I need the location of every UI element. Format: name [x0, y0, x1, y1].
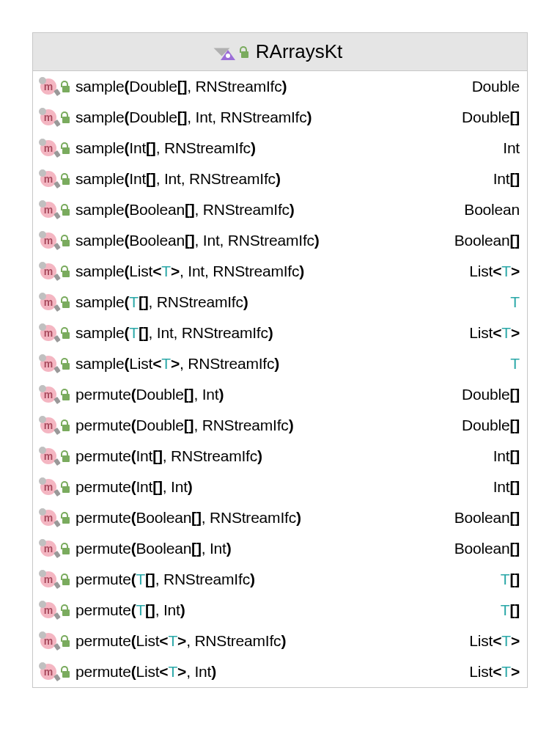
method-icon: m — [40, 633, 56, 649]
public-visibility-icon — [61, 420, 71, 431]
return-type: Int[] — [493, 478, 520, 496]
method-row-permute[interactable]: mpermute(Int[], Int)Int[] — [33, 472, 527, 502]
class-title: RArraysKt — [256, 40, 342, 63]
method-signature: permute(Boolean[], Int) — [75, 540, 450, 557]
method-row-sample[interactable]: msample(T[], RNStreamIfc)T — [33, 287, 527, 318]
public-visibility-icon — [61, 327, 71, 339]
method-icon: m — [40, 171, 56, 187]
method-row-permute[interactable]: mpermute(Boolean[], Int)Boolean[] — [33, 533, 527, 564]
method-row-sample[interactable]: msample(Boolean[], Int, RNStreamIfc)Bool… — [33, 225, 527, 256]
method-icon: m — [40, 356, 56, 372]
public-visibility-icon — [61, 481, 71, 493]
method-signature: sample(T[], RNStreamIfc) — [75, 293, 506, 311]
method-signature: permute(Int[], RNStreamIfc) — [75, 447, 489, 465]
method-icon: m — [40, 202, 56, 218]
return-type: List<T> — [469, 263, 520, 280]
return-type: Double[] — [462, 386, 520, 403]
method-signature: sample(Double[], Int, RNStreamIfc) — [75, 109, 457, 126]
return-type: T[] — [501, 571, 520, 588]
method-icon: m — [40, 263, 56, 279]
return-type: List<T> — [469, 632, 520, 650]
public-visibility-icon — [61, 543, 71, 554]
method-signature: permute(Boolean[], RNStreamIfc) — [75, 509, 450, 527]
method-row-permute[interactable]: mpermute(List<T>, Int)List<T> — [33, 656, 527, 687]
method-icon: m — [40, 602, 56, 618]
method-row-permute[interactable]: mpermute(T[], RNStreamIfc)T[] — [33, 564, 527, 595]
method-row-sample[interactable]: msample(Int[], RNStreamIfc)Int — [33, 133, 527, 164]
method-icon: m — [40, 325, 56, 341]
method-row-permute[interactable]: mpermute(List<T>, RNStreamIfc)List<T> — [33, 626, 527, 656]
public-visibility-icon — [61, 235, 71, 246]
method-signature: sample(Int[], Int, RNStreamIfc) — [75, 170, 489, 188]
method-icon: m — [40, 232, 56, 249]
public-visibility-icon — [61, 574, 71, 585]
public-visibility-icon — [61, 296, 71, 308]
method-icon: m — [40, 571, 56, 587]
kotlin-class-icon — [218, 44, 234, 60]
return-type: Boolean[] — [454, 540, 520, 557]
method-signature: permute(Double[], RNStreamIfc) — [75, 417, 457, 434]
method-signature: permute(T[], RNStreamIfc) — [75, 571, 496, 588]
method-icon: m — [40, 541, 56, 557]
method-icon: m — [40, 387, 56, 403]
return-type: Boolean[] — [454, 509, 520, 527]
public-visibility-icon — [61, 389, 71, 400]
method-row-permute[interactable]: mpermute(Double[], RNStreamIfc)Double[] — [33, 410, 527, 441]
return-type: List<T> — [469, 663, 520, 681]
public-visibility-icon — [61, 142, 71, 154]
method-row-permute[interactable]: mpermute(Boolean[], RNStreamIfc)Boolean[… — [33, 502, 527, 533]
method-icon: m — [40, 448, 56, 464]
method-row-sample[interactable]: msample(List<T>, RNStreamIfc)T — [33, 348, 527, 379]
method-row-permute[interactable]: mpermute(Double[], Int)Double[] — [33, 379, 527, 410]
public-visibility-icon — [61, 512, 71, 524]
class-members-panel: RArraysKt msample(Double[], RNStreamIfc)… — [32, 32, 528, 688]
method-signature: sample(T[], Int, RNStreamIfc) — [75, 324, 465, 342]
method-row-sample[interactable]: msample(Int[], Int, RNStreamIfc)Int[] — [33, 164, 527, 194]
method-row-sample[interactable]: msample(T[], Int, RNStreamIfc)List<T> — [33, 318, 527, 348]
public-visibility-icon — [61, 81, 71, 92]
public-visibility-icon — [61, 111, 71, 123]
method-list: msample(Double[], RNStreamIfc)Doublemsam… — [33, 71, 527, 687]
return-type: T — [510, 293, 520, 311]
method-row-sample[interactable]: msample(Double[], Int, RNStreamIfc)Doubl… — [33, 102, 527, 133]
method-icon: m — [40, 479, 56, 495]
return-type: T — [510, 355, 520, 373]
public-visibility-icon — [61, 635, 71, 647]
method-row-permute[interactable]: mpermute(Int[], RNStreamIfc)Int[] — [33, 441, 527, 472]
method-row-sample[interactable]: msample(Double[], RNStreamIfc)Double — [33, 71, 527, 102]
method-signature: sample(List<T>, Int, RNStreamIfc) — [75, 263, 465, 280]
public-visibility-icon — [61, 358, 71, 370]
method-signature: sample(Double[], RNStreamIfc) — [75, 78, 468, 95]
method-icon: m — [40, 78, 56, 95]
return-type: Boolean[] — [454, 232, 520, 249]
class-header: RArraysKt — [33, 33, 527, 71]
method-row-permute[interactable]: mpermute(T[], Int)T[] — [33, 595, 527, 626]
return-type: Int[] — [493, 447, 520, 465]
method-signature: sample(Int[], RNStreamIfc) — [75, 139, 498, 157]
return-type: Int[] — [493, 170, 520, 188]
method-icon: m — [40, 109, 56, 125]
method-signature: sample(Boolean[], Int, RNStreamIfc) — [75, 232, 450, 249]
public-visibility-icon — [240, 46, 250, 58]
return-type: List<T> — [469, 324, 520, 342]
public-visibility-icon — [61, 604, 71, 616]
return-type: Double — [472, 78, 520, 95]
method-icon: m — [40, 140, 56, 156]
public-visibility-icon — [61, 666, 71, 678]
method-signature: permute(List<T>, Int) — [75, 663, 465, 681]
method-signature: sample(List<T>, RNStreamIfc) — [75, 355, 506, 373]
method-icon: m — [40, 294, 56, 310]
method-row-sample[interactable]: msample(Boolean[], RNStreamIfc)Boolean — [33, 194, 527, 225]
return-type: Boolean — [464, 201, 520, 219]
public-visibility-icon — [61, 204, 71, 216]
public-visibility-icon — [61, 265, 71, 277]
public-visibility-icon — [61, 173, 71, 185]
method-row-sample[interactable]: msample(List<T>, Int, RNStreamIfc)List<T… — [33, 256, 527, 287]
method-signature: permute(Int[], Int) — [75, 478, 489, 496]
method-icon: m — [40, 510, 56, 526]
public-visibility-icon — [61, 450, 71, 462]
method-icon: m — [40, 664, 56, 680]
method-signature: sample(Boolean[], RNStreamIfc) — [75, 201, 460, 219]
return-type: Int — [503, 139, 520, 157]
method-icon: m — [40, 417, 56, 433]
